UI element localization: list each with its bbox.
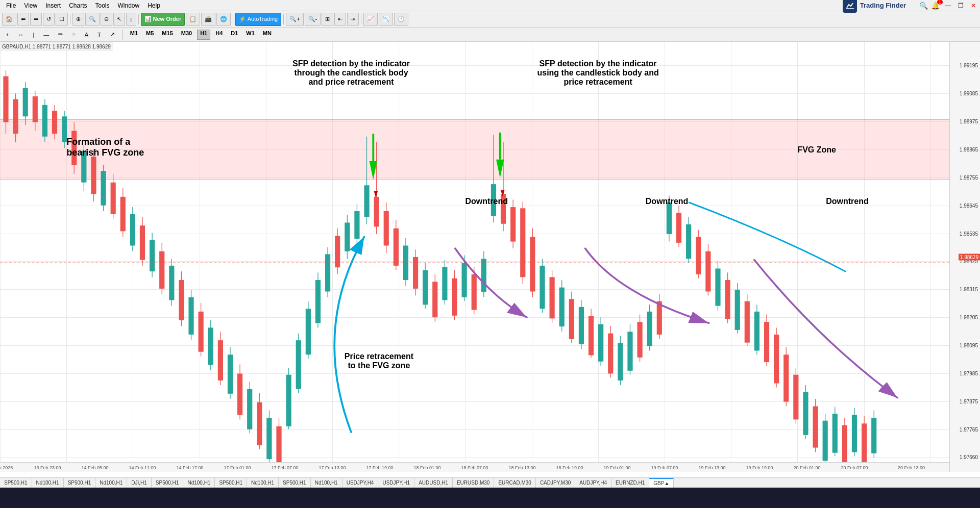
- new-order-btn[interactable]: 📊 New Order: [141, 13, 185, 26]
- tab-sp500-h1-1[interactable]: SP500,H1: [0, 478, 32, 488]
- tab-eurnzd-h1[interactable]: EURNZD,H1: [611, 478, 649, 488]
- price-15: 1.97660: [960, 454, 978, 460]
- period-btn[interactable]: ↕: [126, 13, 136, 26]
- select-btn[interactable]: ↖: [113, 13, 125, 26]
- scroll-left-btn[interactable]: ⇤: [334, 13, 346, 26]
- tf-h1[interactable]: H1: [197, 30, 210, 40]
- tab-eurcad-m30[interactable]: EURCAD,M30: [494, 478, 535, 488]
- tab-cadjpy-m30[interactable]: CADJPY,M30: [536, 478, 575, 488]
- crosshair-btn[interactable]: ⊕: [72, 13, 84, 26]
- indicators-btn[interactable]: 📈: [363, 13, 378, 26]
- menu-tools[interactable]: Tools: [91, 0, 114, 11]
- text-tool[interactable]: A: [81, 29, 92, 40]
- tf-h4[interactable]: H4: [212, 30, 226, 40]
- minimize-btn[interactable]: —: [943, 2, 953, 9]
- back-btn[interactable]: ⬅: [17, 13, 29, 26]
- time-14: 19 Feb 07:00: [651, 465, 678, 470]
- notification-icon[interactable]: 🔔 1: [931, 2, 940, 10]
- clock-btn[interactable]: 🕐: [394, 13, 408, 26]
- cursor-tool[interactable]: +: [2, 29, 12, 40]
- downtrend-2: Downtrend: [646, 197, 689, 206]
- zoom-minus-btn[interactable]: 🔍-: [305, 13, 321, 26]
- tf-m5[interactable]: M5: [143, 30, 157, 40]
- tab-sp500-h1-3[interactable]: SP500,H1: [152, 478, 184, 488]
- scroll-right-btn[interactable]: ⇥: [347, 13, 359, 26]
- tab-gbp-active[interactable]: GBP▲: [649, 478, 674, 488]
- news-btn[interactable]: 🌐: [216, 13, 231, 26]
- time-4: 14 Feb 17:00: [176, 465, 203, 470]
- sfp-detection-2: SFP detection by the indicatorusing the …: [532, 59, 665, 87]
- zoom-out-btn[interactable]: ⊖: [101, 13, 112, 26]
- tf-m15[interactable]: M15: [159, 30, 176, 40]
- price-retracement: Price retracementto the FVG zone: [323, 352, 435, 370]
- tab-nd100-h1-3[interactable]: Nd100,H1: [183, 478, 215, 488]
- price-1: 1.99195: [960, 63, 978, 68]
- zoom-plus-btn[interactable]: 🔍+: [286, 13, 303, 26]
- sfp-detection-1: SFP detection by the indicatorthrough th…: [285, 59, 418, 87]
- fvg-zone-right: FVG Zone: [797, 145, 836, 155]
- time-19: 20 Feb 13:00: [898, 465, 925, 470]
- autotrading-btn[interactable]: ⚡ AutoTrading: [235, 13, 281, 26]
- line-tool[interactable]: |: [29, 29, 38, 40]
- refresh-btn[interactable]: ↺: [43, 13, 55, 26]
- tf-mn[interactable]: MN: [260, 30, 275, 40]
- time-6: 17 Feb 07:00: [271, 465, 298, 470]
- tab-usdjpy-h4[interactable]: USDJPY,H4: [342, 478, 379, 488]
- window-btn[interactable]: ☐: [56, 13, 68, 26]
- price-10: 1.98205: [960, 315, 978, 320]
- time-16: 19 Feb 19:00: [746, 465, 773, 470]
- price-11: 1.98095: [960, 343, 978, 348]
- price-axis: 1.99195 1.99085 1.98975 1.98865 1.98755 …: [949, 42, 980, 472]
- tab-sp500-h1-4[interactable]: SP500,H1: [215, 478, 247, 488]
- tab-dji-h1[interactable]: DJI,H1: [127, 478, 152, 488]
- fibonacci-tool[interactable]: ≡: [68, 29, 79, 40]
- tab-nd100-h1-4[interactable]: Nd100,H1: [247, 478, 279, 488]
- restore-btn[interactable]: ❐: [956, 2, 966, 9]
- tab-audjpy-h4[interactable]: AUDJPY,H4: [575, 478, 611, 488]
- tab-sp500-h1-5[interactable]: SP500,H1: [279, 478, 311, 488]
- symbol-bar: GBPAUD,H1 1.98771 1.98771 1.98628 1.9862…: [0, 42, 113, 51]
- hline-tool[interactable]: —: [40, 29, 53, 40]
- time-9: 18 Feb 01:00: [413, 465, 440, 470]
- zoom-in-btn[interactable]: 🔍: [85, 13, 100, 26]
- tf-w1[interactable]: W1: [243, 30, 258, 40]
- market-watch-btn[interactable]: 📋: [186, 13, 200, 26]
- home-btn[interactable]: 🏠: [2, 13, 16, 26]
- bottom-tabs: SP500,H1 Nd100,H1 SP500,H1 Nd100,H1 DJI,…: [0, 477, 980, 488]
- pencil-tool[interactable]: ✏: [55, 29, 66, 40]
- forward-btn[interactable]: ➡: [30, 13, 42, 26]
- label-tool[interactable]: T: [94, 29, 105, 40]
- time-13: 19 Feb 01:00: [603, 465, 630, 470]
- menu-insert[interactable]: Insert: [41, 0, 65, 11]
- time-axis: 13 Feb 2025 13 Feb 23:00 14 Feb 05:00 14…: [0, 462, 949, 472]
- time-12: 18 Feb 19:00: [556, 465, 583, 470]
- arrow-tool[interactable]: ↗: [107, 29, 118, 40]
- downtrend-3: Downtrend: [826, 197, 869, 206]
- menu-help[interactable]: Help: [143, 0, 164, 11]
- menu-view[interactable]: View: [20, 0, 41, 11]
- time-5: 17 Feb 01:00: [224, 465, 251, 470]
- tf-d1[interactable]: D1: [228, 30, 241, 40]
- drawing-toolbar: + ↔ | — ✏ ≡ A T ↗ M1 M5 M15 M30 H1 H4 D1…: [0, 28, 980, 42]
- time-17: 20 Feb 01:00: [793, 465, 820, 470]
- tab-nd100-h1-2[interactable]: Nd100,H1: [95, 478, 127, 488]
- tab-audusd-h1[interactable]: AUDUSD,H1: [414, 478, 453, 488]
- chart-area[interactable]: Formation of abearish FVG zone SFP detec…: [0, 42, 949, 472]
- history-btn[interactable]: 📠: [201, 13, 215, 26]
- tf-m1[interactable]: M1: [127, 30, 141, 40]
- tab-usdjpy-h1[interactable]: USDJPY,H1: [378, 478, 414, 488]
- tab-sp500-h1-2[interactable]: SP500,H1: [64, 478, 96, 488]
- chart-zoom-btn[interactable]: ⊞: [322, 13, 333, 26]
- menu-charts[interactable]: Charts: [65, 0, 91, 11]
- expert-btn[interactable]: 📉: [379, 13, 393, 26]
- price-13: 1.97875: [960, 398, 978, 404]
- tab-nd100-h1-5[interactable]: Nd100,H1: [311, 478, 342, 488]
- menu-file[interactable]: File: [2, 0, 20, 11]
- tab-eurusd-m30[interactable]: EURUSD,M30: [453, 478, 494, 488]
- tf-m30[interactable]: M30: [178, 30, 195, 40]
- crosshair-tool[interactable]: ↔: [14, 29, 27, 40]
- menu-window[interactable]: Window: [114, 0, 144, 11]
- close-btn[interactable]: ✕: [969, 2, 978, 9]
- search-icon[interactable]: 🔍: [919, 2, 928, 10]
- tab-nd100-h1-1[interactable]: Nd100,H1: [32, 478, 64, 488]
